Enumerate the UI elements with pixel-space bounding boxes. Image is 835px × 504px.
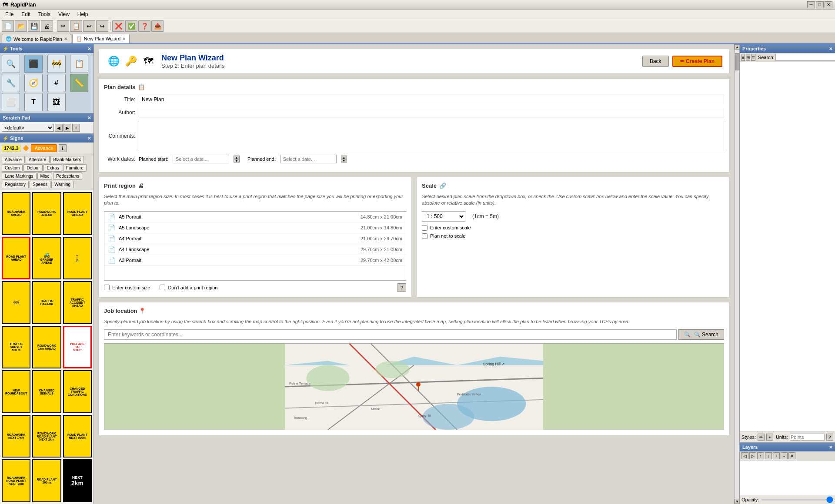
sign-new-roundabout[interactable]: NEW ROUNDABOUT: [2, 370, 30, 413]
planned-start-input[interactable]: [173, 155, 229, 163]
print-a4-portrait[interactable]: 📄 A4 Portrait 21.00cm x 29.70cm: [104, 233, 406, 244]
tool-board[interactable]: 📋: [70, 55, 88, 73]
planned-end-input[interactable]: [280, 155, 337, 163]
signs-tab-advance[interactable]: Advance: [2, 156, 25, 163]
units-input[interactable]: [790, 434, 825, 441]
tool-rect[interactable]: ⬜: [2, 93, 20, 111]
tool-measure[interactable]: 🔧: [2, 74, 20, 92]
menu-edit[interactable]: Edit: [18, 10, 34, 18]
tools-close-button[interactable]: ✕: [87, 46, 91, 51]
sign-road-plant-1[interactable]: ROAD PLANT AHEAD: [63, 192, 92, 235]
layers-btn-5[interactable]: +: [773, 452, 780, 459]
sign-road-plant-500[interactable]: ROAD PLANT NEXT 500m: [63, 415, 92, 458]
prop-btn-2[interactable]: ⊞: [746, 54, 750, 61]
tool-north[interactable]: 🧭: [24, 74, 43, 92]
title-input[interactable]: [139, 95, 724, 104]
tool-number[interactable]: #: [47, 74, 66, 92]
sign-roadwork-road-big[interactable]: ROADWORK ROAD PLANT NEXT 2km: [2, 459, 30, 502]
sign-traffic-hazard[interactable]: TRAFFIC HAZARD: [32, 281, 61, 324]
scratch-select[interactable]: <default>: [2, 124, 54, 132]
custom-scale-checkbox[interactable]: [422, 225, 428, 231]
signs-tab-custom[interactable]: Custom: [2, 164, 23, 172]
sign-prepare-stop[interactable]: PREPARE TO STOP: [63, 326, 92, 369]
help-button[interactable]: ❓: [138, 20, 150, 32]
tab-welcome-close[interactable]: ✕: [64, 36, 67, 41]
menu-tools[interactable]: Tools: [35, 10, 54, 18]
sign-grader-ahead[interactable]: 🚜 GRADER AHEAD: [32, 237, 61, 280]
print-a4-landscape[interactable]: 📄 A4 Landscape 29.70cm x 21.00cm: [104, 244, 406, 255]
signs-tab-blank[interactable]: Blank Markers: [50, 156, 84, 163]
check-button[interactable]: ✅: [125, 20, 137, 32]
sign-cone[interactable]: 🚧: [2, 281, 30, 324]
sign-roadwork-2[interactable]: ROADWORK AHEAD: [32, 192, 61, 235]
sign-roadwork-next-7[interactable]: ROADWORK NEXT .7km: [2, 415, 30, 458]
open-button[interactable]: 📂: [15, 20, 27, 32]
signs-tab-extras[interactable]: Extras: [43, 164, 62, 172]
tab-wizard-close[interactable]: ✕: [122, 36, 126, 41]
start-spin-up[interactable]: ▲: [234, 156, 240, 159]
scratch-pad-close[interactable]: ✕: [87, 116, 91, 120]
create-plan-button[interactable]: ✏ Create Plan: [672, 56, 722, 67]
tool-select[interactable]: 🔍: [2, 55, 20, 73]
signs-tab-speeds[interactable]: Speeds: [30, 181, 50, 188]
print-a5-landscape[interactable]: 📄 A5 Landscape 21.00cm x 14.80cm: [104, 222, 406, 233]
layers-close-button[interactable]: ✕: [829, 445, 832, 450]
undo-button[interactable]: ↩: [83, 20, 95, 32]
signs-tab-lane[interactable]: Lane Markings: [2, 172, 37, 180]
sign-roadwork-1[interactable]: ROADWORK AHEAD: [2, 192, 30, 235]
end-spin-down[interactable]: ▼: [341, 159, 347, 162]
sign-traffic-survey[interactable]: TRAFFIC SURVEY 500 m: [2, 326, 30, 369]
layers-btn-7[interactable]: ✕: [788, 452, 795, 459]
scratch-next-btn[interactable]: ▶: [63, 124, 71, 132]
scroll-up-arrow[interactable]: ▲: [735, 44, 739, 50]
tool-text[interactable]: T: [24, 93, 43, 111]
layers-btn-6[interactable]: -: [781, 452, 788, 459]
maximize-button[interactable]: □: [816, 1, 824, 8]
sign-road-plant-2[interactable]: ROAD PLANT AHEAD: [2, 237, 30, 280]
scroll-thumb[interactable]: [735, 53, 739, 70]
tool-cone[interactable]: 🚧: [47, 55, 66, 73]
sign-changed-traffic[interactable]: CHANGED TRAFFIC CONDITIONS: [63, 370, 92, 413]
end-spin-up[interactable]: ▲: [341, 156, 347, 159]
print-a5-portrait[interactable]: 📄 A5 Portrait 14.80cm x 21.00cm: [104, 212, 406, 222]
units-expand-btn[interactable]: ↗: [826, 434, 833, 441]
menu-help[interactable]: Help: [74, 10, 92, 18]
tab-wizard[interactable]: 📋 New Plan Wizard ✕: [72, 34, 130, 43]
signs-close-button[interactable]: ✕: [87, 136, 91, 141]
tab-welcome[interactable]: 🌐 Welcome to RapidPlan ✕: [2, 34, 71, 43]
map-container[interactable]: Spring Hill ↗ Petrie Terrace Roma St Mil…: [104, 343, 724, 430]
scratch-prev-btn[interactable]: ◀: [55, 124, 63, 132]
tool-image[interactable]: 🖼: [47, 93, 66, 111]
signs-info-button[interactable]: ℹ: [59, 144, 67, 152]
publish-button[interactable]: 📤: [151, 20, 164, 32]
layers-btn-4[interactable]: ↓: [765, 452, 772, 459]
comments-input[interactable]: [139, 121, 724, 151]
redo-button[interactable]: ↪: [96, 20, 108, 32]
location-search-button[interactable]: 🔍 🔍 Search: [678, 329, 724, 340]
properties-search-input[interactable]: [775, 54, 835, 61]
not-to-scale-checkbox[interactable]: [422, 233, 428, 239]
start-spin-down[interactable]: ▼: [234, 159, 240, 162]
layers-btn-3[interactable]: ↑: [757, 452, 764, 459]
wizard-scrollbar[interactable]: ▲ ▼: [734, 44, 739, 504]
signs-tab-detour[interactable]: Detour: [23, 164, 43, 172]
scale-select[interactable]: 1 : 100 1 : 200 1 : 500 1 : 1000 1 : 200…: [422, 211, 465, 222]
author-input[interactable]: [139, 108, 724, 117]
signs-tab-furniture[interactable]: Furniture: [63, 164, 87, 172]
signs-tab-regulatory[interactable]: Regulatory: [2, 181, 29, 188]
menu-file[interactable]: File: [2, 10, 17, 18]
custom-size-checkbox[interactable]: [104, 285, 110, 290]
signs-tab-pedestrians[interactable]: Pedestrians: [53, 172, 82, 180]
new-button[interactable]: 📄: [2, 20, 14, 32]
save-button[interactable]: 💾: [28, 20, 40, 32]
location-search-input[interactable]: [104, 329, 677, 340]
sign-changed-signals[interactable]: CHANGED SIGNALS: [32, 370, 61, 413]
sign-next-2km[interactable]: NEXT 2km: [63, 459, 92, 502]
print-button[interactable]: 🖨: [41, 20, 53, 32]
sign-worker[interactable]: 🚶: [63, 237, 92, 280]
prop-btn-3[interactable]: ≣: [751, 54, 755, 61]
print-a3-portrait[interactable]: 📄 A3 Portrait 29.70cm x 42.00cm: [104, 255, 406, 266]
layers-btn-2[interactable]: ▷: [749, 452, 756, 459]
copy-button[interactable]: 📋: [70, 20, 82, 32]
print-help-button[interactable]: ?: [397, 283, 406, 292]
